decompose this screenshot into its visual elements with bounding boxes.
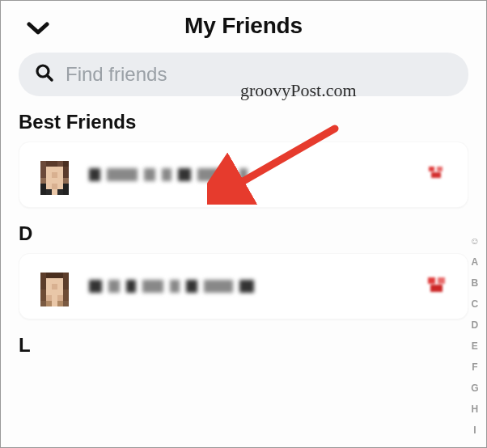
header: My Friends bbox=[15, 1, 472, 48]
svg-rect-6 bbox=[438, 277, 445, 284]
avatar bbox=[37, 154, 71, 195]
friend-row[interactable] bbox=[19, 253, 468, 319]
svg-rect-7 bbox=[430, 285, 443, 292]
index-emoji[interactable]: ☺ bbox=[467, 232, 483, 250]
section-l: L bbox=[19, 334, 472, 357]
red-heart-icon bbox=[426, 276, 450, 297]
friend-name-obscured bbox=[89, 167, 417, 183]
index-b[interactable]: B bbox=[468, 274, 482, 292]
index-d[interactable]: D bbox=[468, 316, 482, 334]
search-icon bbox=[35, 63, 54, 86]
index-i[interactable]: I bbox=[470, 421, 479, 439]
svg-line-1 bbox=[48, 76, 53, 81]
search-bar[interactable] bbox=[19, 53, 468, 96]
section-best-friends: Best Friends bbox=[19, 111, 472, 133]
svg-rect-5 bbox=[428, 277, 435, 284]
svg-rect-3 bbox=[437, 167, 443, 171]
search-input[interactable] bbox=[66, 63, 452, 86]
red-heart-icon bbox=[426, 164, 450, 185]
back-chevron-icon[interactable] bbox=[22, 12, 54, 44]
friend-row[interactable] bbox=[19, 142, 468, 208]
index-f[interactable]: F bbox=[468, 358, 481, 376]
section-d: D bbox=[19, 222, 472, 245]
index-c[interactable]: C bbox=[468, 295, 482, 313]
index-h[interactable]: H bbox=[468, 400, 482, 418]
svg-rect-4 bbox=[431, 172, 441, 178]
friend-name-obscured bbox=[89, 278, 417, 294]
alphabet-index[interactable]: ☺ A B C D E F G H I bbox=[467, 232, 483, 439]
page-title: My Friends bbox=[184, 13, 303, 39]
index-a[interactable]: A bbox=[468, 253, 482, 271]
index-e[interactable]: E bbox=[468, 337, 481, 355]
index-g[interactable]: G bbox=[468, 379, 481, 397]
avatar bbox=[37, 266, 71, 306]
svg-rect-2 bbox=[429, 167, 434, 171]
